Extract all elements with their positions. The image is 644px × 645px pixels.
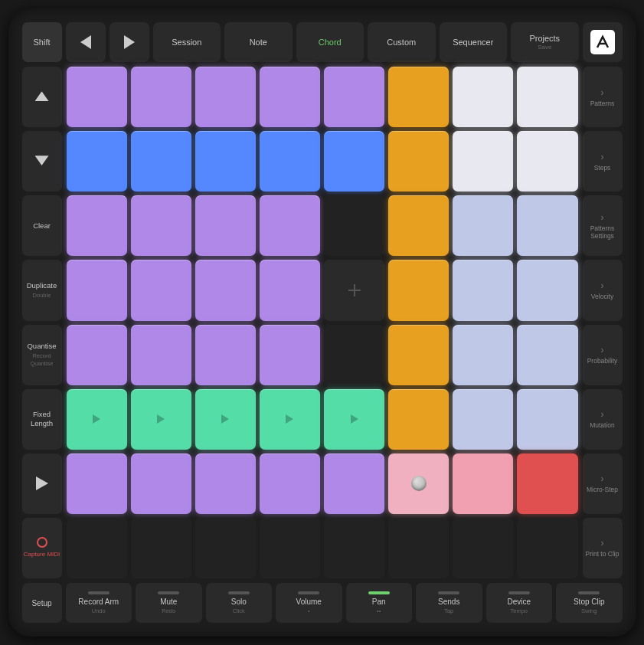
pad-6-0[interactable] bbox=[67, 453, 127, 514]
print-to-clip-button[interactable]: › Print to Clip bbox=[583, 518, 623, 578]
pad-1-6[interactable] bbox=[453, 131, 513, 192]
pad-3-1[interactable] bbox=[131, 260, 191, 320]
pad-2-7[interactable] bbox=[517, 195, 577, 256]
pad-5-2[interactable] bbox=[195, 389, 256, 450]
pad-1-5[interactable] bbox=[388, 131, 449, 192]
pad-2-5[interactable] bbox=[388, 195, 449, 256]
down-button[interactable] bbox=[22, 131, 62, 192]
logo-button[interactable] bbox=[583, 22, 623, 62]
pad-2-0[interactable] bbox=[67, 195, 127, 256]
pad-3-5[interactable] bbox=[388, 260, 449, 320]
pad-7-4[interactable] bbox=[324, 518, 384, 578]
pad-4-6[interactable] bbox=[453, 325, 513, 385]
pad-7-0[interactable] bbox=[67, 518, 127, 578]
stop-clip-button[interactable]: Stop Clip Swing bbox=[556, 583, 623, 623]
pad-2-1[interactable] bbox=[131, 195, 191, 256]
pad-1-4[interactable] bbox=[324, 131, 384, 192]
pad-2-3[interactable] bbox=[260, 195, 320, 256]
back-button[interactable] bbox=[66, 22, 106, 62]
pad-1-7[interactable] bbox=[517, 131, 577, 192]
sends-button[interactable]: Sends Tap bbox=[416, 583, 482, 623]
fixed-length-button[interactable]: Fixed Length bbox=[22, 389, 62, 450]
pad-0-4[interactable] bbox=[324, 67, 384, 127]
shift-button[interactable]: Shift bbox=[22, 22, 62, 62]
probability-button[interactable]: › Probability bbox=[583, 325, 623, 385]
pad-7-6[interactable] bbox=[453, 518, 513, 578]
pad-0-2[interactable] bbox=[195, 67, 256, 127]
pad-4-2[interactable] bbox=[195, 325, 256, 385]
pad-0-6[interactable] bbox=[453, 67, 513, 127]
pad-5-3[interactable] bbox=[260, 389, 320, 450]
pad-2-4[interactable] bbox=[324, 195, 384, 256]
pad-1-2[interactable] bbox=[195, 131, 256, 192]
pad-0-0[interactable] bbox=[67, 67, 127, 127]
velocity-button[interactable]: › Velocity bbox=[583, 260, 623, 320]
pad-2-2[interactable] bbox=[195, 195, 256, 256]
mutation-button[interactable]: › Mutation bbox=[583, 389, 623, 450]
pad-3-7[interactable] bbox=[517, 260, 577, 320]
pad-5-6[interactable] bbox=[453, 389, 513, 450]
pad-6-1[interactable] bbox=[131, 453, 191, 514]
pad-3-3[interactable] bbox=[260, 260, 320, 320]
pad-7-1[interactable] bbox=[131, 518, 191, 578]
forward-button[interactable] bbox=[110, 22, 149, 62]
pad-4-4[interactable] bbox=[324, 325, 384, 385]
pad-4-0[interactable] bbox=[67, 325, 127, 385]
pad-3-2[interactable] bbox=[195, 260, 256, 320]
solo-button[interactable]: Solo Click bbox=[206, 583, 273, 623]
steps-button[interactable]: › Steps bbox=[583, 131, 623, 192]
pad-6-4[interactable] bbox=[324, 453, 384, 514]
sequencer-button[interactable]: Sequencer bbox=[440, 22, 508, 62]
up-button[interactable] bbox=[22, 67, 62, 127]
pad-7-3[interactable] bbox=[260, 518, 320, 578]
pad-0-7[interactable] bbox=[517, 67, 577, 127]
capture-midi-button[interactable]: Capture MIDI bbox=[22, 518, 62, 578]
pad-5-1[interactable] bbox=[131, 389, 191, 450]
pad-4-7[interactable] bbox=[517, 325, 577, 385]
pad-3-4[interactable] bbox=[324, 260, 384, 320]
pad-7-2[interactable] bbox=[195, 518, 256, 578]
duplicate-button[interactable]: Duplicate Double bbox=[22, 260, 62, 320]
pad-0-3[interactable] bbox=[260, 67, 320, 127]
pan-button[interactable]: Pan •• bbox=[346, 583, 413, 623]
pad-5-5[interactable] bbox=[388, 389, 449, 450]
device-button[interactable]: Device Tempo bbox=[486, 583, 553, 623]
pad-1-0[interactable] bbox=[67, 131, 127, 192]
mute-button[interactable]: Mute Redo bbox=[136, 583, 202, 623]
pad-6-6[interactable] bbox=[453, 453, 513, 514]
pad-0-5[interactable] bbox=[388, 67, 449, 127]
clear-button[interactable]: Clear bbox=[22, 195, 62, 256]
volume-button[interactable]: Volume • bbox=[276, 583, 342, 623]
custom-button[interactable]: Custom bbox=[368, 22, 436, 62]
pad-0-1[interactable] bbox=[131, 67, 191, 127]
pad-5-4[interactable] bbox=[324, 389, 384, 450]
pad-6-5[interactable] bbox=[388, 453, 449, 514]
arrow-icon: › bbox=[601, 212, 604, 223]
pad-7-7[interactable] bbox=[517, 518, 577, 578]
projects-button[interactable]: Projects Save bbox=[511, 22, 579, 62]
play-button[interactable] bbox=[22, 453, 62, 514]
pad-6-3[interactable] bbox=[260, 453, 320, 514]
pad-6-7[interactable] bbox=[517, 453, 577, 514]
session-button[interactable]: Session bbox=[153, 22, 221, 62]
chord-button[interactable]: Chord bbox=[296, 22, 364, 62]
pad-4-5[interactable] bbox=[388, 325, 449, 385]
pad-3-0[interactable] bbox=[67, 260, 127, 320]
patterns-button[interactable]: › Patterns bbox=[583, 67, 623, 127]
pad-1-1[interactable] bbox=[131, 131, 191, 192]
pad-7-5[interactable] bbox=[388, 518, 449, 578]
pad-1-3[interactable] bbox=[260, 131, 320, 192]
pad-5-7[interactable] bbox=[517, 389, 577, 450]
setup-button[interactable]: Setup bbox=[22, 583, 62, 623]
quantise-button[interactable]: Quantise Record Quantise bbox=[22, 325, 62, 385]
pad-5-0[interactable] bbox=[67, 389, 127, 450]
micro-step-button[interactable]: › Micro-Step bbox=[583, 453, 623, 514]
note-button[interactable]: Note bbox=[224, 22, 293, 62]
pattern-settings-button[interactable]: › Patterns Settings bbox=[583, 195, 623, 256]
pad-2-6[interactable] bbox=[453, 195, 513, 256]
pad-3-6[interactable] bbox=[453, 260, 513, 320]
record-arm-button[interactable]: Record Arm Undo bbox=[66, 583, 132, 623]
pad-4-1[interactable] bbox=[131, 325, 191, 385]
pad-6-2[interactable] bbox=[195, 453, 256, 514]
pad-4-3[interactable] bbox=[260, 325, 320, 385]
